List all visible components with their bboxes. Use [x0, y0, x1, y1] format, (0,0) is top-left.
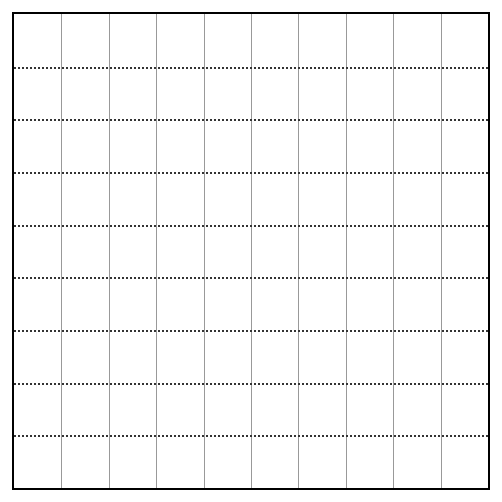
grid-horizontal-line	[14, 330, 488, 332]
grid-horizontal-line	[14, 172, 488, 174]
grid-vertical-line	[441, 14, 442, 488]
grid-vertical-line	[204, 14, 205, 488]
grid-vertical-line	[393, 14, 394, 488]
grid-horizontal-line	[14, 383, 488, 385]
grid-horizontal-line	[14, 277, 488, 279]
grid-horizontal-line	[14, 435, 488, 437]
grid-vertical-line	[109, 14, 110, 488]
grid-vertical-line	[251, 14, 252, 488]
grid-vertical-line	[61, 14, 62, 488]
grid-horizontal-line	[14, 119, 488, 121]
grid-horizontal-line	[14, 67, 488, 69]
grid-paper	[12, 12, 490, 490]
grid-vertical-line	[156, 14, 157, 488]
grid-horizontal-line	[14, 225, 488, 227]
grid-vertical-line	[346, 14, 347, 488]
grid-vertical-line	[298, 14, 299, 488]
